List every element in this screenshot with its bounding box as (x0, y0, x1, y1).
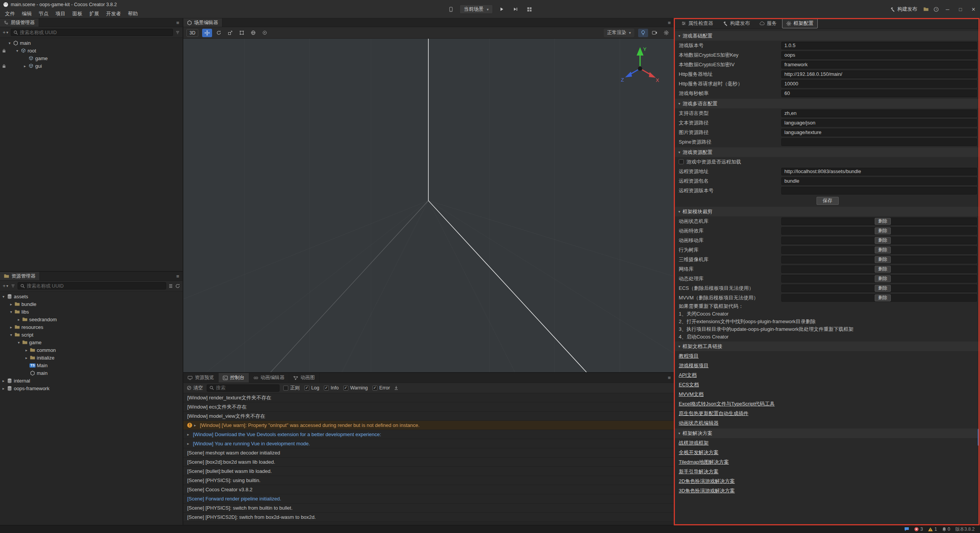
delete-button[interactable]: 删除 (875, 218, 891, 225)
field-input[interactable]: language/texture (781, 129, 977, 136)
log-row[interactable]: [Scene] Forward render pipeline initiali… (183, 494, 674, 504)
expanded-arrow-icon[interactable]: ▾ (15, 49, 20, 53)
expanded-arrow-icon[interactable]: ▾ (1, 294, 6, 299)
layout-button[interactable] (524, 5, 534, 14)
collapsed-arrow-icon[interactable]: ▸ (22, 64, 28, 68)
tree-row-main[interactable]: ▾main (0, 39, 183, 47)
field-input[interactable]: http://192.168.0.150/main/ (781, 70, 977, 78)
log-row[interactable]: [Window] model_view文件夹不存在 (183, 412, 674, 421)
console-search[interactable] (207, 384, 279, 392)
delete-button[interactable]: 删除 (875, 285, 891, 292)
doc-link[interactable]: Excel格式转Json文件与TypeScript代码工具 (679, 401, 775, 407)
list-view-button[interactable] (168, 284, 173, 288)
expanded-arrow-icon[interactable]: ▾ (8, 333, 14, 337)
field-input[interactable]: oops (781, 51, 977, 59)
section-header-5[interactable]: ▾框架解决方案 (675, 428, 980, 438)
field-input[interactable]: http://localhost:8083/assets/bundle (781, 168, 977, 175)
filter-error-checkbox[interactable]: ✓Error (372, 385, 390, 391)
menu-item[interactable]: 项目 (52, 10, 69, 17)
doc-link[interactable]: 原生包热更新配置自动生成插件 (679, 410, 748, 417)
delete-button[interactable]: 删除 (875, 266, 891, 273)
sort-assets-button[interactable] (11, 284, 15, 288)
log-row[interactable]: [Scene] [bullet]:bullet wasm lib loaded. (183, 467, 674, 476)
hierarchy-search-input[interactable] (20, 30, 170, 35)
preview-device-button[interactable] (446, 5, 456, 14)
tree-row-game[interactable]: ▾game (0, 338, 183, 346)
collapsed-arrow-icon[interactable]: ▸ (1, 379, 6, 383)
open-project-folder-button[interactable] (921, 5, 931, 14)
doc-link[interactable]: 游戏模板项目 (679, 362, 709, 369)
build-publish-button[interactable]: 构建发布 (886, 4, 921, 14)
menu-item[interactable]: 文件 (2, 10, 18, 17)
collapsed-arrow-icon[interactable]: ▸ (8, 325, 14, 329)
assets-tab[interactable]: 资源管理器 (0, 272, 40, 280)
log-row[interactable]: [Scene] [PHYSICS2D]: switch from box2d-w… (183, 513, 674, 522)
tree-row-resources[interactable]: ▸resources (0, 323, 183, 331)
remote-load-checkbox[interactable] (679, 159, 684, 164)
hierarchy-tab[interactable]: 层级管理器 (0, 18, 39, 27)
tree-row-main[interactable]: main (0, 369, 183, 377)
expand-arrow-icon[interactable]: ▸ (187, 432, 193, 437)
collapsed-arrow-icon[interactable]: ▸ (8, 302, 14, 306)
console-tab-2[interactable]: 动画编辑器 (249, 373, 289, 383)
console-tab-1[interactable]: 控制台 (219, 373, 249, 383)
field-input[interactable]: bundle (781, 177, 977, 185)
section-header-0[interactable]: ▾游戏基础配置 (675, 31, 980, 41)
collapsed-arrow-icon[interactable]: ▸ (16, 317, 21, 322)
doc-link[interactable]: 教程项目 (679, 353, 699, 360)
tree-row-Main[interactable]: TSMain (0, 361, 183, 369)
section-header-4[interactable]: ▾框架文档工具链接 (675, 342, 980, 351)
collapsed-arrow-icon[interactable]: ▸ (1, 386, 6, 391)
rect-tool-button[interactable] (237, 29, 247, 37)
doc-link[interactable]: MVVM文档 (679, 391, 704, 398)
log-row[interactable]: [Window] ecs文件夹不存在 (183, 402, 674, 412)
rotate-tool-button[interactable] (214, 29, 224, 37)
tree-row-gui[interactable]: ▸gui (0, 62, 183, 70)
log-row[interactable]: [Scene] meshopt wasm decoder initialized (183, 448, 674, 458)
collapsed-arrow-icon[interactable]: ▸ (24, 356, 29, 360)
section-header-2[interactable]: ▾游戏资源配置 (675, 147, 980, 157)
scene-viewport[interactable]: Y X Z (183, 39, 674, 372)
delete-button[interactable]: 删除 (875, 275, 891, 282)
field-input[interactable]: 10000 (781, 80, 977, 88)
menu-item[interactable]: 帮助 (124, 10, 141, 17)
error-counter[interactable]: 3 (914, 526, 923, 532)
pivot-button[interactable] (260, 29, 270, 37)
expanded-arrow-icon[interactable]: ▾ (8, 310, 14, 314)
save-button[interactable]: 保存 (817, 197, 839, 205)
doc-link[interactable]: 2D角色扮演游戏解决方案 (679, 478, 735, 485)
doc-link[interactable]: Tiledmap地图解决方案 (679, 459, 729, 466)
section-header-1[interactable]: ▾游戏多语言配置 (675, 99, 980, 108)
step-button[interactable] (511, 5, 521, 14)
tree-row-root[interactable]: ▾root (0, 47, 183, 54)
tree-row-game[interactable]: game (0, 54, 183, 62)
inspector-tab-2[interactable]: 服务 (755, 18, 781, 28)
doc-link[interactable]: 全栈开发解决方案 (679, 449, 719, 456)
tree-row-common[interactable]: ▸common (0, 346, 183, 354)
menu-item[interactable]: 节点 (35, 10, 52, 17)
export-log-button[interactable] (394, 386, 399, 390)
scene-camera-button[interactable] (650, 29, 660, 37)
doc-link[interactable]: 战棋游戏框架 (679, 440, 709, 446)
world-space-button[interactable] (248, 29, 258, 37)
play-button[interactable] (497, 5, 507, 14)
field-input[interactable]: 1.0.5 (781, 42, 977, 49)
delete-button[interactable]: 删除 (875, 294, 891, 301)
menu-item[interactable]: 扩展 (86, 10, 103, 17)
inspector-tab-0[interactable]: 属性检查器 (677, 18, 717, 28)
filter-log-checkbox[interactable]: ✓Log (304, 385, 319, 391)
clear-console-button[interactable]: 清空 (187, 385, 203, 391)
assets-search[interactable] (18, 282, 166, 289)
hierarchy-search[interactable] (11, 29, 173, 36)
console-search-input[interactable] (216, 385, 277, 391)
collapsed-arrow-icon[interactable]: ▸ (24, 348, 29, 352)
section-header-3[interactable]: ▾框架模块裁剪 (675, 207, 980, 216)
doc-link[interactable]: API文档 (679, 372, 697, 379)
filter-info-checkbox[interactable]: ✓Info (324, 385, 339, 391)
minimize-button[interactable]: ─ (941, 0, 954, 18)
console-tab-0[interactable]: 资源预览 (183, 373, 219, 383)
filter-warning-checkbox[interactable]: ✓Warning (343, 385, 368, 391)
tree-row-seedrandom[interactable]: ▸seedrandom (0, 316, 183, 323)
menu-item[interactable]: 面板 (69, 10, 86, 17)
doc-link[interactable]: 新手引导解决方案 (679, 468, 719, 475)
